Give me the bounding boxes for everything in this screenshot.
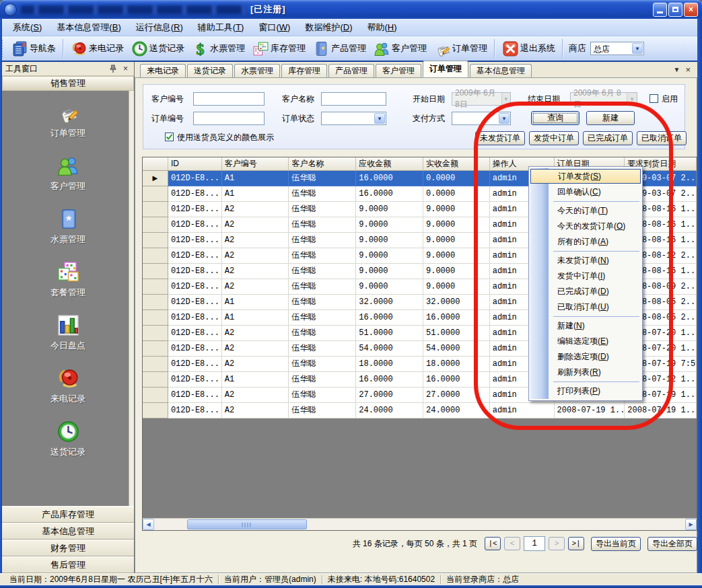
sidebar-item-delivery-clock[interactable]: 送货记录	[28, 419, 108, 458]
close-button[interactable]: ×	[684, 3, 698, 17]
context-menu-item-9[interactable]: 发货中订单(I)	[530, 268, 641, 284]
row-selector[interactable]	[143, 279, 168, 295]
context-menu-item-4[interactable]: 今天的订单(T)	[530, 203, 641, 219]
tab-1[interactable]: 来电记录	[140, 64, 186, 77]
toolbar-button-navbar[interactable]: 导航条	[7, 38, 59, 59]
delivery-color-checkbox[interactable]	[165, 133, 174, 141]
column-header-id[interactable]: ID	[168, 157, 222, 171]
sidebar-item-combo-grid[interactable]: 套餐管理	[28, 260, 108, 299]
context-menu-item-1[interactable]: 订单发货(S)	[530, 169, 641, 184]
column-header-received[interactable]: 实收金额	[423, 157, 490, 171]
toolbar-button-product-book[interactable]: 产品管理	[309, 38, 370, 59]
sidebar-scrollbar[interactable]	[129, 91, 134, 506]
sidebar-item-customers[interactable]: 客户管理	[28, 153, 108, 192]
order-status-filter-button-3[interactable]: 已完成订单	[583, 131, 633, 145]
tab-8[interactable]: 基本信息管理	[470, 64, 532, 77]
row-selector[interactable]	[143, 310, 168, 326]
row-selector[interactable]	[143, 233, 168, 248]
row-selector[interactable]	[143, 357, 168, 372]
tab-5[interactable]: 产品管理	[328, 64, 374, 77]
row-selector[interactable]	[143, 388, 168, 403]
column-header-customer_name[interactable]: 客户名称	[289, 157, 356, 171]
scroll-right-icon[interactable]: ▶	[685, 519, 697, 530]
context-menu-item-2[interactable]: 回单确认(C)	[530, 184, 641, 200]
maximize-button[interactable]	[668, 3, 682, 17]
context-menu-item-14[interactable]: 编辑选定项(E)	[530, 334, 641, 349]
scroll-left-icon[interactable]: ◀	[143, 519, 154, 530]
start-date-picker[interactable]: 2009年 6月 8日 ▼	[452, 92, 511, 106]
page-number-input[interactable]	[524, 536, 545, 551]
sidebar-group-button-3[interactable]: 财务管理	[2, 540, 134, 556]
toolbar-button-dollar[interactable]: $水票管理	[188, 38, 248, 59]
order-no-input[interactable]	[193, 112, 265, 125]
sidebar-item-stocktake-chart[interactable]: 今日盘点	[28, 313, 108, 352]
sidebar-item-call-bell[interactable]: 来电记录	[28, 366, 108, 405]
next-page-button[interactable]: >	[549, 537, 565, 550]
tab-close-icon[interactable]: ×	[685, 65, 691, 75]
sidebar-group-button-2[interactable]: 基本信息管理	[2, 523, 134, 540]
menubar-item-2[interactable]: 基本信息管理(B)	[49, 19, 128, 36]
tool-window-close-icon[interactable]: ×	[120, 64, 131, 74]
sidebar-group-header[interactable]: 销售管理	[2, 76, 134, 91]
chevron-down-icon[interactable]: ▼	[632, 43, 643, 54]
toolbar-button-exit[interactable]: 退出系统	[498, 38, 559, 59]
toolbar-button-inventory-grid[interactable]: 库存管理	[248, 38, 309, 59]
row-selector[interactable]	[143, 403, 168, 418]
order-status-combo[interactable]: ▼	[321, 112, 386, 125]
toolbar-button-delivery-clock[interactable]: 送货记录	[127, 38, 188, 59]
context-menu-item-10[interactable]: 已完成订单(D)	[530, 284, 641, 299]
enable-date-checkbox[interactable]	[650, 94, 658, 103]
export-current-page-button[interactable]: 导出当前页	[591, 537, 641, 551]
tab-3[interactable]: 水票管理	[234, 64, 280, 77]
order-status-filter-button-1[interactable]: 未发货订单	[475, 131, 525, 145]
tab-2[interactable]: 送货记录	[187, 64, 233, 77]
context-menu-item-15[interactable]: 删除选定项(D)	[530, 349, 641, 365]
query-button[interactable]: 查询	[531, 111, 580, 125]
sidebar-item-order-scroll[interactable]: 订单管理	[28, 100, 108, 139]
menubar-item-5[interactable]: 窗口(W)	[251, 19, 297, 36]
tab-list-dropdown-icon[interactable]: ▼	[674, 66, 680, 73]
row-selector[interactable]	[143, 295, 168, 310]
row-selector[interactable]	[143, 264, 168, 279]
menubar-item-7[interactable]: 帮助(H)	[359, 19, 404, 36]
toolbar-button-customers[interactable]: 客户管理	[370, 38, 430, 59]
row-selector[interactable]: ▶	[143, 171, 168, 186]
horizontal-scrollbar[interactable]: ◀ ▶	[143, 518, 697, 530]
first-page-button[interactable]: |<	[485, 537, 501, 550]
context-menu-item-13[interactable]: 新建(N)	[530, 318, 641, 334]
last-page-button[interactable]: >|	[568, 537, 584, 550]
context-menu-item-6[interactable]: 所有的订单(A)	[530, 234, 641, 250]
row-selector[interactable]	[143, 248, 168, 264]
minimize-button[interactable]	[653, 3, 667, 17]
tab-4[interactable]: 库存管理	[281, 64, 327, 77]
tab-7[interactable]: 订单管理	[423, 61, 468, 77]
row-selector[interactable]	[143, 217, 168, 233]
row-selector[interactable]	[143, 326, 168, 341]
table-row[interactable]: 012D-E8...A2伍华聪24.000024.0000admin2008-0…	[143, 403, 697, 418]
column-header-customer_no[interactable]: 客户编号	[222, 157, 289, 171]
export-all-pages-button[interactable]: 导出全部页	[647, 537, 697, 551]
order-status-filter-button-4[interactable]: 已取消订单	[637, 131, 687, 145]
menubar-item-6[interactable]: 数据维护(D)	[297, 19, 359, 36]
sidebar-group-button-1[interactable]: 产品库存管理	[2, 506, 134, 523]
menubar-item-4[interactable]: 辅助工具(T)	[190, 19, 252, 36]
context-menu-item-16[interactable]: 刷新列表(R)	[530, 365, 641, 380]
menubar-item-1[interactable]: 系统(S)	[5, 19, 49, 36]
context-menu-item-8[interactable]: 未发货订单(N)	[530, 253, 641, 268]
row-selector[interactable]	[143, 186, 168, 202]
pin-icon[interactable]	[108, 64, 118, 74]
context-menu-item-5[interactable]: 今天的发货订单(O)	[530, 219, 641, 234]
prev-page-button[interactable]: <	[504, 537, 520, 550]
tab-6[interactable]: 客户管理	[376, 64, 421, 77]
order-status-filter-button-2[interactable]: 发货中订单	[529, 131, 579, 145]
scrollbar-thumb[interactable]	[187, 519, 307, 529]
end-date-picker[interactable]: 2009年 6月 8日 ▼	[570, 92, 637, 106]
context-menu-item-18[interactable]: 打印列表(P)	[530, 383, 641, 399]
sidebar-item-ticket-card[interactable]: 水票管理	[28, 207, 108, 246]
sidebar-group-button-4[interactable]: 售后管理	[2, 556, 134, 573]
toolbar-button-call-bell[interactable]: 来电记录	[67, 38, 127, 59]
context-menu-item-11[interactable]: 已取消订单(U)	[530, 299, 641, 315]
toolbar-button-order-scroll[interactable]: 订单管理	[430, 38, 491, 59]
row-selector[interactable]	[143, 202, 168, 217]
new-button[interactable]: 新建	[586, 111, 635, 125]
